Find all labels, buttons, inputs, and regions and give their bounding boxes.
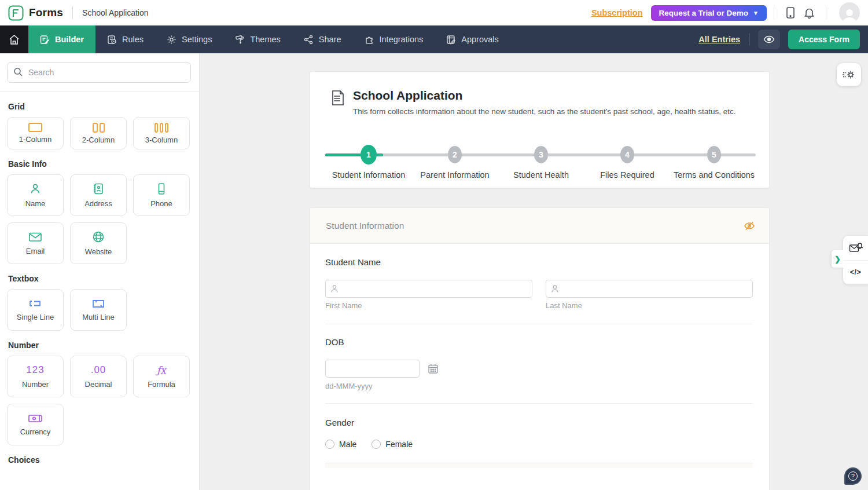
header-separator-2 [826, 6, 826, 19]
step-1-label[interactable]: Student Information [332, 170, 406, 180]
share-icon [304, 35, 314, 45]
person-icon [29, 182, 42, 195]
last-name-input[interactable] [546, 280, 753, 298]
three-column-icon [155, 123, 168, 133]
student-name-label: Student Name [325, 257, 753, 267]
first-name-input[interactable] [325, 280, 532, 298]
logo-text: Forms [29, 6, 63, 19]
mobile-app-icon[interactable] [785, 6, 796, 19]
section-heading-textbox: Textbox [8, 274, 192, 283]
palette-card-number[interactable]: 123 Number [7, 356, 64, 397]
dob-format-hint: dd-MMM-yyyy [325, 382, 753, 390]
eye-slash-icon[interactable] [744, 221, 755, 231]
tab-rules[interactable]: Rules [95, 25, 155, 53]
main-nav: Builder Rules Settings Themes [0, 25, 868, 53]
builder-icon [40, 35, 50, 45]
tab-share[interactable]: Share [292, 25, 353, 53]
nav-separator [749, 33, 750, 46]
tab-themes[interactable]: Themes [223, 25, 292, 53]
palette-card-1-column[interactable]: 1-Column [7, 117, 64, 149]
right-rail-panel: </> [843, 236, 868, 284]
banknote-icon [28, 413, 43, 423]
section-heading-number: Number [8, 341, 192, 350]
field-gender[interactable]: Gender Male Female [325, 404, 753, 449]
sidebar-divider [0, 92, 199, 92]
access-form-button[interactable]: Access Form [788, 30, 860, 49]
single-line-icon [28, 298, 42, 309]
request-trial-button[interactable]: Request a Trial or Demo ▼ [651, 5, 767, 21]
one-column-icon [28, 123, 42, 132]
step-3-label[interactable]: Student Health [513, 170, 569, 180]
radio-icon[interactable] [372, 440, 381, 449]
form-title: School Application [353, 89, 735, 103]
palette-card-currency[interactable]: Currency [7, 404, 64, 445]
palette-card-decimal[interactable]: .00 Decimal [70, 356, 127, 397]
subscription-link[interactable]: Subscription [591, 8, 643, 17]
gear-icon [167, 35, 176, 45]
help-button[interactable]: ? [844, 467, 862, 485]
approvals-icon [446, 35, 456, 45]
step-2-label[interactable]: Parent Information [420, 170, 489, 180]
collapse-rail-button[interactable]: ❯ [832, 250, 844, 268]
decimal-icon: .00 [91, 364, 106, 376]
embed-code-button[interactable]: </> [843, 260, 868, 285]
page-stepper: 1 2 3 4 5 Student Information Parent Inf… [310, 140, 770, 187]
form-document-icon [331, 90, 345, 118]
palette-card-single-line[interactable]: Single Line [7, 289, 64, 331]
tab-approvals[interactable]: Approvals [435, 25, 510, 53]
first-name-sublabel: First Name [325, 301, 532, 310]
gender-option-male[interactable]: Male [325, 440, 356, 449]
section-header[interactable]: Student Information [310, 208, 769, 244]
tab-integrations[interactable]: Integrations [353, 25, 435, 53]
radio-icon[interactable] [325, 440, 334, 449]
field-student-name[interactable]: Student Name First Name [325, 244, 753, 310]
next-section-strip [325, 463, 753, 468]
step-1-circle[interactable]: 1 [361, 145, 377, 164]
palette-card-3-column[interactable]: 3-Column [133, 117, 190, 149]
gender-option-female[interactable]: Female [372, 440, 413, 449]
envelope-icon [28, 231, 42, 243]
step-5-label[interactable]: Terms and Conditions [674, 170, 755, 180]
chevron-right-icon: ❯ [834, 255, 841, 264]
gender-label: Gender [325, 418, 753, 427]
palette-card-formula[interactable]: ƒx Formula [133, 356, 190, 397]
tab-builder[interactable]: Builder [28, 25, 95, 53]
form-description: This form collects information about the… [353, 107, 735, 118]
step-4-label[interactable]: Files Required [600, 170, 654, 180]
user-avatar[interactable] [839, 2, 860, 23]
step-4-circle[interactable]: 4 [620, 146, 634, 163]
field-dob[interactable]: DOB dd-MMM-yyyy [325, 324, 753, 390]
form-header-card[interactable]: School Application This form collects in… [310, 71, 770, 188]
email-notification-button[interactable] [843, 236, 868, 260]
forms-logo[interactable]: Forms [0, 5, 63, 21]
forms-logo-icon [8, 5, 24, 21]
palette-card-2-column[interactable]: 2-Column [70, 117, 127, 149]
code-icon: </> [850, 268, 862, 276]
section-heading-grid: Grid [8, 102, 192, 111]
step-2-circle[interactable]: 2 [448, 146, 462, 163]
palette-card-address[interactable]: Address [70, 174, 127, 216]
all-entries-link[interactable]: All Entries [698, 35, 740, 44]
form-section-card: Student Information Student Name [310, 207, 770, 490]
section-title: Student Information [326, 221, 404, 231]
tab-settings[interactable]: Settings [155, 25, 223, 53]
address-book-icon [92, 182, 105, 195]
step-5-circle[interactable]: 5 [707, 146, 721, 163]
dob-input[interactable] [325, 360, 420, 378]
palette-card-name[interactable]: Name [7, 174, 64, 216]
search-input[interactable] [7, 62, 191, 83]
palette-card-multi-line[interactable]: Multi Line [70, 289, 127, 331]
paint-roller-icon [235, 35, 245, 45]
palette-card-email[interactable]: Email [7, 222, 64, 264]
palette-card-website[interactable]: Website [70, 222, 127, 264]
preview-eye-button[interactable] [758, 30, 780, 49]
palette-card-phone[interactable]: Phone [133, 174, 190, 216]
number-123-icon: 123 [26, 364, 44, 376]
header-divider [72, 6, 73, 19]
field-properties-button[interactable] [837, 63, 861, 86]
notifications-bell-icon[interactable] [804, 6, 815, 19]
calendar-icon[interactable] [428, 363, 439, 374]
top-header: Forms School Application Subscription Re… [0, 0, 868, 25]
step-3-circle[interactable]: 3 [534, 146, 548, 163]
home-button[interactable] [0, 25, 28, 53]
